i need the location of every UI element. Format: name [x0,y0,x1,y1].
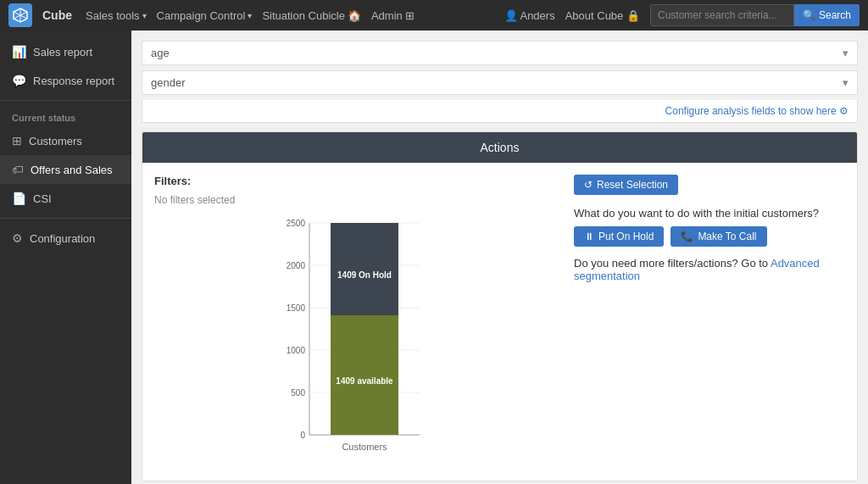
bar-available [331,315,398,435]
grid-icon: ⊞ [12,134,22,147]
nav-campaign-control[interactable]: Campaign Control ▾ [157,9,253,22]
actions-body: Filters: No filters selected 0 [142,163,857,481]
chevron-down-icon: ▾ [248,11,252,20]
bar-chart: 0 500 1000 1500 2000 2500 [271,214,441,469]
divider [0,100,131,101]
divider [0,218,131,219]
action-buttons-group: ⏸ Put On Hold 📞 Make To Call [574,226,845,247]
sidebar-item-response-report[interactable]: 💬 Response report [0,66,131,95]
svg-text:1500: 1500 [286,303,305,313]
actions-panel: Actions Filters: No filters selected [142,131,858,481]
sidebar-item-configuration[interactable]: ⚙ Configuration [0,224,131,253]
svg-text:1000: 1000 [286,346,305,355]
settings-icon: ⚙ [839,105,849,117]
svg-text:2000: 2000 [286,261,305,270]
grid-icon: ⊞ [405,9,415,22]
nav-situation-cubicle[interactable]: Situation Cubicle 🏠 [262,9,361,22]
chevron-down-icon: ▾ [843,47,849,59]
svg-text:500: 500 [291,388,305,398]
brand-name: Cube [42,8,72,22]
segmentation-text: Do you need more filters/actions? Go to … [574,257,845,282]
file-icon: 📄 [12,192,26,205]
search-box: 🔍 Search [650,4,860,26]
user-link[interactable]: 👤 Anders [504,9,555,22]
search-input[interactable] [650,4,794,26]
actions-header: Actions [142,132,857,163]
sidebar-item-csi[interactable]: 📄 CSI [0,184,131,213]
filter-gender[interactable]: gender ▾ [142,70,858,95]
svg-text:1409 On Hold: 1409 On Hold [337,270,392,280]
section-title-current-status: Current status [0,106,131,126]
nav-admin[interactable]: Admin ⊞ [371,9,415,22]
chat-icon: 💬 [12,74,26,87]
app-logo [8,3,32,27]
question-initial-customers: What do you want to do with the initial … [574,207,845,220]
sidebar-item-offers-sales[interactable]: 🏷 Offers and Sales [0,155,131,184]
gear-icon: ⚙ [12,231,23,245]
filters-label: Filters: [154,175,557,187]
top-navbar: Cube Sales tools ▾ Campaign Control ▾ Si… [0,0,868,31]
reset-selection-button[interactable]: ↺ Reset Selection [574,175,678,195]
configure-link[interactable]: Configure analysis fields to show here ⚙ [142,100,858,123]
filter-age[interactable]: age ▾ [142,41,858,65]
nav-right-section: 👤 Anders About Cube 🔒 🔍 Search [504,4,860,26]
about-link[interactable]: About Cube 🔒 [565,9,640,22]
svg-text:2500: 2500 [286,219,305,228]
chevron-down-icon: ▾ [142,11,147,20]
search-button[interactable]: 🔍 Search [794,4,860,26]
sidebar-item-sales-report[interactable]: 📊 Sales report [0,37,131,66]
svg-text:Customers: Customers [342,442,387,452]
cubicle-icon: 🏠 [348,9,361,22]
actions-controls: ↺ Reset Selection What do you want to do… [574,175,845,469]
chart-area: 0 500 1000 1500 2000 2500 [154,214,557,469]
svg-text:1409 available: 1409 available [336,376,393,386]
refresh-icon: ↺ [584,179,593,191]
info-icon: 🔒 [626,9,640,22]
svg-text:0: 0 [300,431,305,440]
pause-icon: ⏸ [584,231,594,242]
main-content: age ▾ gender ▾ Configure analysis fields… [131,31,868,484]
sidebar: 📊 Sales report 💬 Response report Current… [0,31,131,484]
chart-section: Filters: No filters selected 0 [154,175,557,469]
no-filters-text: No filters selected [154,194,557,206]
user-icon: 👤 [504,9,518,22]
chevron-down-icon: ▾ [843,76,849,89]
sidebar-item-customers[interactable]: ⊞ Customers [0,126,131,155]
search-icon: 🔍 [803,9,815,21]
put-on-hold-button[interactable]: ⏸ Put On Hold [574,226,664,247]
make-to-call-button[interactable]: 📞 Make To Call [670,226,766,247]
tag-icon: 🏷 [12,163,24,176]
chart-icon: 📊 [12,45,26,58]
bar-on-hold [331,223,398,315]
phone-icon: 📞 [681,231,693,242]
nav-sales-tools[interactable]: Sales tools ▾ [86,9,147,22]
